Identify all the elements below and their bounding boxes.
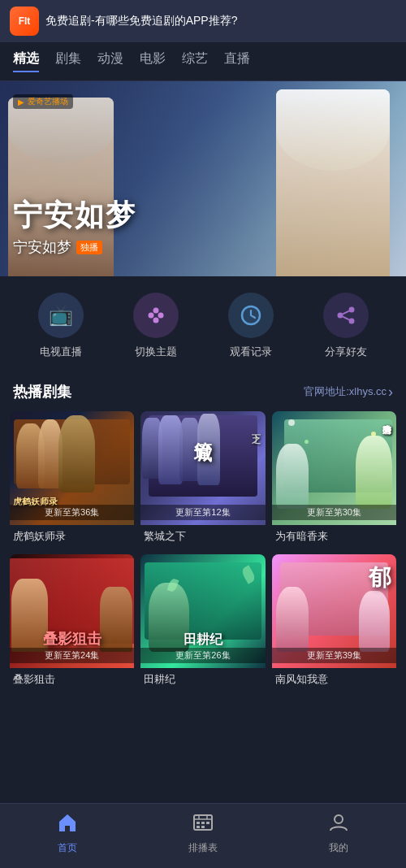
hero-title: 宁安如梦	[13, 196, 136, 236]
svg-rect-18	[201, 826, 205, 828]
drama-thumb-1: 虎鹤妖师录 更新至第36集	[10, 411, 134, 525]
tab-anime[interactable]: 动漫	[97, 50, 123, 72]
official-site-link[interactable]: 官网地址:xlhys.cc	[304, 384, 393, 401]
drama-name-1: 虎鹤妖师录	[10, 525, 134, 548]
drama-card-1[interactable]: 虎鹤妖师录 更新至第36集 虎鹤妖师录	[10, 411, 134, 548]
drama-name-5: 田耕纪	[140, 668, 265, 691]
quick-action-theme[interactable]: 切换主题	[133, 293, 179, 359]
share-icon	[323, 293, 369, 338]
hot-section-title: 热播剧集	[13, 382, 71, 401]
bottom-nav-schedule[interactable]: 排播表	[179, 812, 227, 855]
svg-rect-15	[201, 822, 205, 824]
drama-update-6: 更新至第39集	[272, 648, 396, 663]
history-label: 观看记录	[230, 345, 272, 359]
drama-thumb-5: 田耕纪 更新至第26集	[140, 554, 265, 668]
page-title: 免费追剧-有哪些免费追剧的APP推荐?	[45, 14, 396, 28]
drama-name-3: 为有暗香来	[272, 525, 396, 548]
svg-point-5	[348, 307, 354, 313]
drama-card-3[interactable]: 为有暗香来 更新至第30集 为有暗香来	[272, 411, 396, 548]
tab-drama[interactable]: 剧集	[55, 50, 81, 72]
drama-name-2: 繁城之下	[140, 525, 265, 548]
hero-platform-badge: ▶ 爱奇艺播场	[13, 94, 73, 109]
hero-figure-right	[276, 89, 390, 276]
svg-rect-14	[197, 822, 200, 824]
drama-thumb-3: 为有暗香来 更新至第30集	[272, 411, 396, 525]
app-logo: FIt	[10, 7, 39, 36]
profile-icon	[328, 812, 349, 838]
tab-variety[interactable]: 综艺	[182, 50, 208, 72]
nav-tabs: 精选 剧集 动漫 电影 综艺 直播	[0, 42, 406, 81]
theme-icon	[133, 293, 179, 338]
home-icon	[57, 812, 78, 838]
share-label: 分享好友	[325, 345, 367, 359]
drama-update-4: 更新至第24集	[10, 648, 134, 663]
svg-point-7	[348, 319, 354, 324]
drama-update-3: 更新至第30集	[272, 505, 396, 520]
svg-point-6	[337, 313, 343, 319]
svg-line-9	[343, 317, 349, 320]
home-label: 首页	[58, 841, 77, 855]
hero-subtitle-text: 宁安如梦	[13, 237, 71, 257]
svg-point-1	[148, 313, 153, 319]
svg-point-2	[158, 313, 163, 319]
quick-action-share[interactable]: 分享好友	[323, 293, 369, 359]
tab-featured[interactable]: 精选	[13, 50, 39, 72]
drama-name-6: 南风知我意	[272, 668, 396, 691]
top-bar: FIt 免费追剧-有哪些免费追剧的APP推荐?	[0, 0, 406, 42]
hero-subtitle-row: 宁安如梦 独播	[13, 237, 102, 257]
theme-label: 切换主题	[135, 345, 177, 359]
quick-action-history[interactable]: 观看记录	[228, 293, 274, 359]
drama-update-5: 更新至第26集	[140, 648, 265, 663]
drama-thumb-4: 叠影狙击 更新至第24集	[10, 554, 134, 668]
svg-rect-17	[197, 826, 200, 828]
tab-live[interactable]: 直播	[224, 50, 250, 72]
drama-card-2[interactable]: 管城 之下 更新至第12集 繁城之下	[140, 411, 265, 548]
quick-actions: 📺 电视直播 切换主题 观看记录	[0, 276, 406, 375]
schedule-label: 排播表	[188, 841, 218, 855]
drama-card-4[interactable]: 叠影狙击 更新至第24集 叠影狙击	[10, 554, 134, 691]
svg-point-3	[153, 318, 158, 323]
tv-label: 电视直播	[40, 345, 82, 359]
profile-label: 我的	[329, 841, 348, 855]
svg-rect-16	[206, 822, 209, 824]
bottom-nav-profile[interactable]: 我的	[314, 812, 363, 855]
svg-point-19	[335, 815, 343, 823]
tab-movie[interactable]: 电影	[140, 50, 166, 72]
hot-section-header: 热播剧集 官网地址:xlhys.cc	[0, 375, 406, 411]
drama-name-4: 叠影狙击	[10, 668, 134, 691]
drama-card-6[interactable]: 郁 更新至第39集 南风知我意	[272, 554, 396, 691]
tv-icon: 📺	[38, 293, 84, 338]
bottom-nav: 首页 排播表 我的	[0, 803, 406, 868]
history-icon	[228, 293, 274, 338]
drama-thumb-2: 管城 之下 更新至第12集	[140, 411, 265, 525]
schedule-icon	[192, 812, 214, 838]
drama-grid: 虎鹤妖师录 更新至第36集 虎鹤妖师录 管城 之下 更新至第12集 繁城之下	[0, 411, 406, 691]
bottom-nav-home[interactable]: 首页	[43, 812, 92, 855]
drama-update-1: 更新至第36集	[10, 505, 134, 520]
svg-line-8	[343, 311, 349, 315]
hero-banner[interactable]: ▶ 爱奇艺播场 宁安如梦 宁安如梦 独播	[0, 81, 406, 276]
hero-exclusive-badge: 独播	[76, 241, 102, 254]
drama-card-5[interactable]: 田耕纪 更新至第26集 田耕纪	[140, 554, 265, 691]
quick-action-tv[interactable]: 📺 电视直播	[38, 293, 84, 359]
svg-point-0	[153, 308, 158, 314]
drama-thumb-6: 郁 更新至第39集	[272, 554, 396, 668]
drama-update-2: 更新至第12集	[140, 505, 265, 520]
